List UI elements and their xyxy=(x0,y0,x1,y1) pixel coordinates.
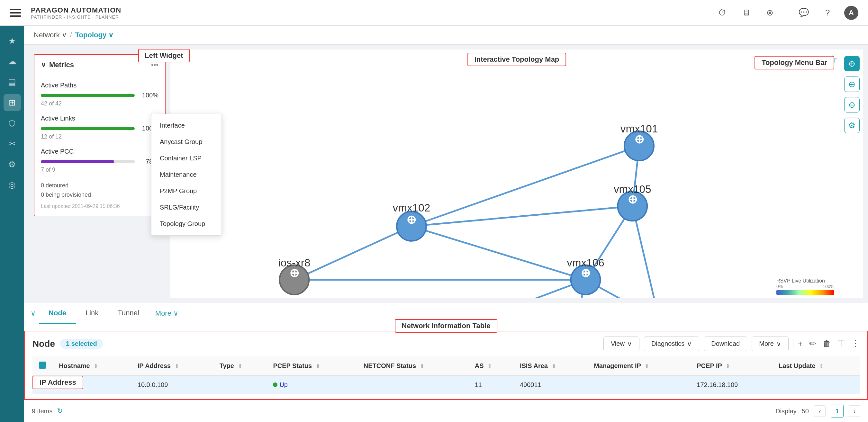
breadcrumb-topology[interactable]: Topology ∨ xyxy=(75,31,114,39)
help-icon[interactable]: ? xyxy=(820,6,835,20)
dropdown-p2mp-group[interactable]: P2MP Group xyxy=(151,183,221,199)
next-page-button[interactable]: › xyxy=(849,405,860,417)
dropdown-srlg-facility[interactable]: SRLG/Facility xyxy=(151,199,221,216)
more-vert-icon[interactable]: ⋮ xyxy=(851,339,860,349)
zoom-in-icon[interactable]: ⊕ xyxy=(844,76,860,92)
delete-icon[interactable]: 🗑 xyxy=(823,339,831,349)
metric-notes: 0 detoured0 being provisioned xyxy=(41,181,158,200)
isis-sort-icon[interactable]: ⇕ xyxy=(552,363,556,369)
ip-sort-icon[interactable]: ⇕ xyxy=(175,363,179,369)
col-last-update: Last Update ⇕ xyxy=(772,356,860,376)
svg-text:vmx106: vmx106 xyxy=(567,257,604,269)
right-toolbar: ⊕ ⊕ ⊖ ⚙ xyxy=(840,50,863,298)
col-management-ip: Management IP ⇕ xyxy=(587,356,690,376)
table-title: Node xyxy=(32,339,55,349)
satellite-icon[interactable]: ⊗ xyxy=(763,6,777,20)
metric-bar-fill-paths xyxy=(41,94,135,97)
avatar[interactable]: A xyxy=(844,6,858,20)
rsvp-bar xyxy=(776,290,834,295)
download-button[interactable]: Download xyxy=(704,336,747,351)
col-pcep-status: PCEP Status ⇕ xyxy=(267,356,357,376)
main-layout: ★ ☁ ▤ ⊞ ⬡ ✂ ⚙ ◎ Network ∨ / Topology ∨ xyxy=(0,26,868,422)
sidebar-item-star[interactable]: ★ xyxy=(3,32,21,50)
topology-target-icon[interactable]: ⊕ xyxy=(844,56,860,71)
node-vmx105[interactable]: ⊕ vmx105 xyxy=(614,183,651,221)
node-vmx107[interactable]: ⊕ vmx107 xyxy=(641,296,678,298)
tab-link[interactable]: Link xyxy=(76,303,108,324)
row-isis-area: 490011 xyxy=(514,376,587,394)
metric-count-links: 12 of 12 xyxy=(41,133,158,140)
type-sort-icon[interactable]: ⇕ xyxy=(238,363,242,369)
select-all-checkbox[interactable] xyxy=(39,362,46,369)
view-button[interactable]: View ∨ xyxy=(603,336,640,351)
status-dot xyxy=(273,383,277,387)
metric-label-pcc: Active PCC xyxy=(41,148,158,155)
collapse-icon[interactable]: ∨ xyxy=(41,61,46,69)
node-vmx106[interactable]: ⊕ vmx106 xyxy=(567,257,604,294)
hamburger-menu[interactable] xyxy=(10,9,21,17)
col-netconf-status: NETCONF Status ⇕ xyxy=(357,356,468,376)
refresh-icon[interactable]: ↻ xyxy=(57,407,63,415)
node-vmx102[interactable]: ⊕ vmx102 xyxy=(393,202,431,241)
lastupdate-sort-icon[interactable]: ⇕ xyxy=(819,363,823,369)
sidebar-item-network[interactable]: ⊞ xyxy=(3,94,21,111)
metric-updated: Last updated 2021-09-29 15:06:36 xyxy=(41,203,158,209)
svg-text:vmx107: vmx107 xyxy=(641,296,678,298)
metric-active-pcc: Active PCC 78% 7 of 9 xyxy=(41,148,158,173)
tab-more[interactable]: More ∨ xyxy=(149,303,185,323)
dropdown-interface[interactable]: Interface xyxy=(151,117,221,134)
clock-icon[interactable]: ⏱ xyxy=(715,6,730,20)
svg-line-13 xyxy=(334,280,585,298)
tab-node[interactable]: Node xyxy=(39,303,76,324)
sidebar-item-tools[interactable]: ✂ xyxy=(3,135,21,152)
filter-icon[interactable]: ⊤ xyxy=(837,339,845,349)
sidebar-item-search[interactable]: ◎ xyxy=(3,176,21,193)
row-type xyxy=(213,376,267,394)
dropdown-container-lsp[interactable]: Container LSP xyxy=(151,150,221,166)
sidebar-item-cloud[interactable]: ☁ xyxy=(3,53,21,70)
server-status-icon[interactable]: 🖥 xyxy=(739,6,753,20)
mgmt-sort-icon[interactable]: ⇕ xyxy=(645,363,649,369)
table-actions: View ∨ Diagnostics ∨ Download xyxy=(603,336,860,351)
dropdown-menu: Interface Anycast Group Container LSP Ma… xyxy=(151,114,222,236)
current-page[interactable]: 1 xyxy=(831,404,843,418)
table-footer: 9 items ↻ Display 50 ‹ 1 › xyxy=(24,400,868,422)
sidebar-item-chart[interactable]: ▤ xyxy=(3,73,21,91)
netconf-sort-icon[interactable]: ⇕ xyxy=(420,363,424,369)
row-pcep-ip: 172.16.18.109 xyxy=(690,376,772,394)
edit-icon[interactable]: ✏ xyxy=(809,339,816,349)
zoom-out-icon[interactable]: ⊖ xyxy=(844,97,860,112)
metric-pct-paths: 100% xyxy=(139,92,158,99)
pcep-sort-icon[interactable]: ⇕ xyxy=(316,363,320,369)
dropdown-topology-group[interactable]: Topology Group xyxy=(151,216,221,232)
add-icon[interactable]: + xyxy=(798,339,803,349)
metric-bar-bg-paths xyxy=(41,94,135,97)
breadcrumb-network[interactable]: Network ∨ xyxy=(34,31,67,39)
tab-tunnel[interactable]: Tunnel xyxy=(108,303,149,324)
settings-icon[interactable]: ⚙ xyxy=(844,118,860,133)
sidebar-item-share[interactable]: ⬡ xyxy=(3,115,21,132)
prev-page-button[interactable]: ‹ xyxy=(814,405,826,417)
hostname-sort-icon[interactable]: ⇕ xyxy=(94,363,98,369)
sidebar-item-settings[interactable]: ⚙ xyxy=(3,156,21,173)
metrics-content: Active Paths 100% 42 of 42 Active xyxy=(34,75,165,216)
svg-text:vmx101: vmx101 xyxy=(620,123,658,135)
rsvp-100-label: 100% xyxy=(823,284,834,289)
col-checkbox xyxy=(32,356,53,376)
brand-sub: PATHFINDER · INSIGHTS · PLANNER xyxy=(31,14,121,20)
chat-icon[interactable]: 💬 xyxy=(797,6,811,20)
display-label: Display xyxy=(775,408,797,415)
breadcrumb-separator: / xyxy=(70,31,72,39)
data-table: Hostname ⇕ IP Address ⇕ Type ⇕ xyxy=(32,356,860,394)
dropdown-maintenance[interactable]: Maintenance xyxy=(151,166,221,183)
dropdown-anycast-group[interactable]: Anycast Group xyxy=(151,134,221,150)
more-button[interactable]: More ∨ xyxy=(752,336,788,351)
svg-line-3 xyxy=(411,226,586,280)
as-sort-icon[interactable]: ⇕ xyxy=(487,363,492,369)
pcepip-sort-icon[interactable]: ⇕ xyxy=(725,363,730,369)
node-ios-xr8[interactable]: ⊕ ios-xr8 xyxy=(278,257,310,294)
diagnostics-button[interactable]: Diagnostics ∨ xyxy=(644,336,699,351)
node-vmx101[interactable]: ⊕ vmx101 xyxy=(620,123,658,160)
tab-collapse-icon[interactable]: ∨ xyxy=(31,309,36,318)
ip-address-label: IP Address xyxy=(32,376,83,389)
